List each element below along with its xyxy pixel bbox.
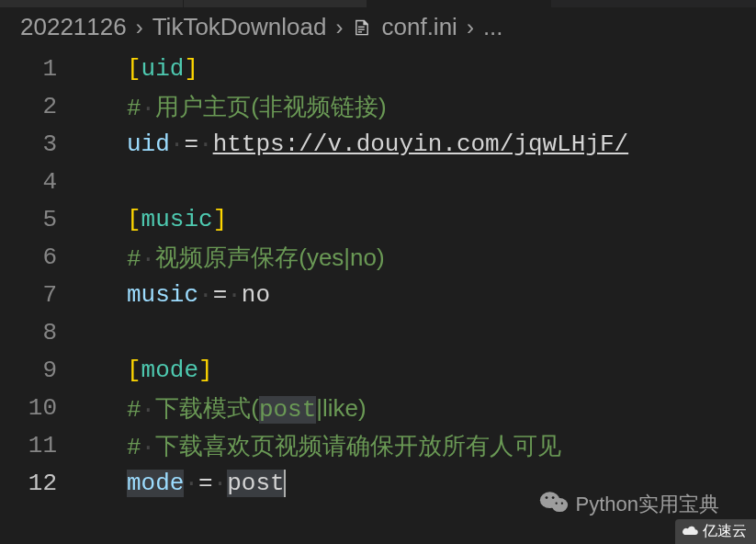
code-line[interactable]: music·=·no	[127, 277, 756, 314]
line-number: 5	[0, 201, 57, 239]
svg-rect-0	[358, 26, 365, 27]
ini-value: post	[227, 470, 284, 497]
line-number: 7	[0, 277, 57, 314]
bracket-open: [	[127, 206, 141, 233]
cloud-icon	[681, 524, 699, 540]
comment-text: 下载模式(	[155, 394, 259, 422]
tab-inactive-1[interactable]	[0, 0, 184, 7]
bracket-open: [	[127, 55, 141, 83]
whitespace-dot: ·	[227, 281, 242, 309]
equals: =	[213, 281, 228, 309]
svg-point-7	[555, 503, 557, 504]
bracket-close: ]	[198, 357, 213, 384]
bracket-close: ]	[213, 206, 228, 233]
whitespace-dot: ·	[198, 281, 213, 309]
svg-point-4	[551, 498, 568, 512]
chevron-right-icon: ›	[335, 15, 343, 40]
ini-key: uid	[127, 130, 170, 158]
tab-bar	[0, 0, 756, 7]
chevron-right-icon: ›	[467, 15, 474, 40]
tab-inactive-2[interactable]	[184, 0, 367, 7]
line-number: 1	[0, 51, 57, 88]
code-line-empty[interactable]	[127, 314, 756, 352]
code-line[interactable]: #·下载喜欢页视频请确保开放所有人可见	[127, 427, 756, 465]
line-number: 2	[0, 88, 57, 126]
breadcrumb-tail[interactable]: ...	[483, 13, 503, 41]
line-number: 9	[0, 352, 57, 390]
whitespace-dot: ·	[170, 130, 185, 158]
wechat-icon	[539, 489, 569, 520]
code-line[interactable]: #·用户主页(非视频链接)	[127, 88, 756, 126]
line-number: 11	[0, 427, 57, 465]
tab-active[interactable]	[367, 0, 551, 7]
comment-hash: #	[127, 396, 141, 424]
highlighted-word: post	[259, 396, 316, 424]
code-line-empty[interactable]	[127, 164, 756, 201]
svg-point-6	[551, 496, 554, 499]
equals: =	[198, 470, 213, 497]
watermark-text: Python实用宝典	[576, 491, 720, 518]
bracket-open: [	[127, 357, 141, 384]
line-number-gutter: 1 2 3 4 5 6 7 8 9 10 11 12	[0, 51, 83, 503]
site-watermark-text: 亿速云	[703, 522, 747, 541]
svg-rect-1	[358, 28, 365, 29]
whitespace-dot: ·	[141, 245, 156, 273]
breadcrumb-file[interactable]: conf.ini	[381, 13, 457, 41]
comment-text: 用户主页(非视频链接)	[155, 93, 386, 120]
svg-point-5	[545, 496, 547, 499]
whitespace-dot: ·	[198, 130, 213, 158]
section-name: mode	[141, 357, 198, 384]
comment-hash: #	[127, 245, 141, 273]
whitespace-dot: ·	[141, 434, 156, 461]
code-content[interactable]: [uid] #·用户主页(非视频链接) uid·=·https://v.douy…	[83, 51, 756, 503]
breadcrumb-folder[interactable]: TikTokDownload	[152, 13, 327, 41]
line-number: 8	[0, 314, 57, 352]
equals: =	[184, 130, 198, 158]
bracket-close: ]	[184, 55, 198, 83]
whitespace-dot: ·	[141, 396, 156, 424]
ini-key: music	[127, 281, 198, 309]
comment-hash: #	[127, 434, 141, 461]
code-line[interactable]: #·视频原声保存(yes|no)	[127, 239, 756, 277]
ini-value: no	[242, 281, 270, 309]
section-name: music	[141, 206, 213, 233]
comment-text: 视频原声保存(yes|no)	[155, 244, 384, 271]
ini-value-url: https://v.douyin.com/jqwLHjF/	[213, 130, 628, 158]
line-number: 6	[0, 239, 57, 277]
file-icon	[352, 17, 372, 38]
code-line[interactable]: [mode]	[127, 352, 756, 390]
comment-hash: #	[127, 95, 141, 122]
svg-rect-2	[358, 31, 362, 32]
code-line[interactable]: [music]	[127, 201, 756, 239]
code-line[interactable]: [uid]	[127, 51, 756, 88]
whitespace-dot: ·	[141, 95, 156, 122]
whitespace-dot: ·	[184, 470, 198, 497]
whitespace-dot: ·	[213, 470, 228, 497]
chevron-right-icon: ›	[136, 15, 143, 40]
breadcrumb[interactable]: 20221126 › TikTokDownload › conf.ini › .…	[0, 7, 756, 51]
breadcrumb-root[interactable]: 20221126	[20, 13, 127, 41]
line-number: 4	[0, 164, 57, 201]
section-name: uid	[141, 55, 185, 83]
site-watermark: 亿速云	[675, 519, 756, 544]
line-number: 3	[0, 126, 57, 164]
line-number: 12	[0, 465, 57, 503]
comment-text: 下载喜欢页视频请确保开放所有人可见	[155, 432, 561, 459]
svg-point-8	[560, 503, 562, 504]
line-number: 10	[0, 390, 57, 427]
code-line[interactable]: #·下载模式(post|like)	[127, 390, 756, 427]
comment-text: |like)	[316, 394, 366, 422]
ini-key: mode	[127, 470, 184, 497]
wechat-watermark: Python实用宝典	[539, 489, 720, 520]
code-editor[interactable]: 1 2 3 4 5 6 7 8 9 10 11 12 [uid] #·用户主页(…	[0, 51, 756, 503]
text-cursor	[284, 470, 286, 497]
code-line[interactable]: uid·=·https://v.douyin.com/jqwLHjF/	[127, 126, 756, 164]
